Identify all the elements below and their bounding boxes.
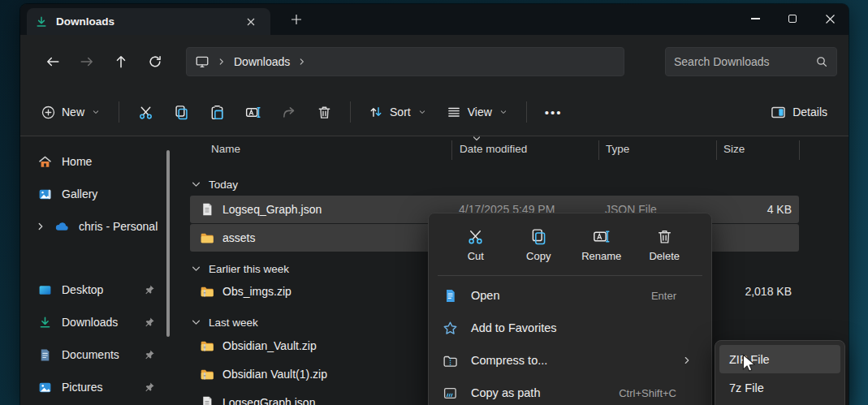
- gallery-icon: [38, 187, 52, 201]
- sidebar-label: Downloads: [62, 316, 118, 329]
- cut-menu-button[interactable]: Cut: [447, 222, 505, 269]
- chevron-down-icon: [91, 107, 101, 117]
- folder-icon: [200, 231, 214, 245]
- json-file-icon: [200, 202, 214, 217]
- tab-bar: Downloads: [20, 4, 849, 35]
- sidebar-item-gallery[interactable]: Gallery: [32, 179, 162, 209]
- menu-item-compress-to[interactable]: Compress to...: [433, 344, 707, 377]
- home-icon: [38, 155, 52, 169]
- group-label: Earlier this week: [209, 263, 289, 275]
- delete-button[interactable]: [308, 96, 340, 128]
- tab-close-icon[interactable]: [240, 11, 262, 32]
- cut-label: Cut: [468, 250, 484, 262]
- cut-button[interactable]: [129, 96, 162, 128]
- zip-folder-icon: [200, 284, 214, 299]
- copy-icon: [174, 105, 189, 120]
- paste-button[interactable]: [201, 96, 233, 128]
- copy-menu-button[interactable]: Copy: [509, 222, 568, 269]
- column-separator[interactable]: [598, 140, 599, 160]
- sidebar-label: chris - Personal: [79, 220, 158, 233]
- minimize-icon: [751, 18, 760, 19]
- file-size: 2,018 KB: [745, 285, 792, 298]
- search-input[interactable]: [674, 55, 815, 68]
- menu-item-open[interactable]: Open Enter: [433, 279, 707, 312]
- column-header-row: Name Date modified Type Size: [187, 137, 849, 163]
- details-label: Details: [792, 106, 827, 118]
- close-icon: [825, 14, 836, 24]
- column-header-name[interactable]: Name: [211, 143, 240, 155]
- refresh-button[interactable]: [140, 47, 170, 76]
- menu-item-copy-as-path[interactable]: Copy as path Ctrl+Shift+C: [433, 377, 707, 405]
- sidebar-item-downloads[interactable]: Downloads: [32, 308, 162, 337]
- rename-button[interactable]: [236, 96, 269, 128]
- sidebar-label: Documents: [62, 348, 119, 361]
- sidebar-item-onedrive-personal[interactable]: chris - Personal: [48, 212, 175, 241]
- breadcrumb-chevron-icon[interactable]: [216, 56, 227, 67]
- search-icon[interactable]: [815, 55, 828, 68]
- onedrive-cloud-icon: [54, 219, 69, 234]
- breadcrumb-downloads[interactable]: Downloads: [234, 55, 290, 68]
- desktop-icon: [38, 283, 52, 297]
- rename-menu-button[interactable]: Rename: [572, 222, 631, 269]
- copy-button[interactable]: [165, 96, 197, 128]
- this-pc-icon[interactable]: [195, 54, 209, 69]
- sidebar-item-documents[interactable]: Documents: [32, 340, 162, 369]
- column-separator[interactable]: [799, 140, 800, 160]
- view-button[interactable]: View: [438, 96, 516, 128]
- maximize-button[interactable]: [774, 4, 811, 33]
- address-bar[interactable]: Downloads: [186, 47, 624, 76]
- sidebar-scrollbar[interactable]: [166, 150, 170, 337]
- column-separator[interactable]: [451, 140, 452, 160]
- maximize-icon: [788, 15, 797, 23]
- search-box[interactable]: [665, 47, 837, 76]
- file-name: LogseqGraph.json: [222, 396, 315, 405]
- context-menu: Cut Copy Rename Delete Open Enter Add to…: [428, 213, 712, 405]
- submenu-item-7z-file[interactable]: 7z File: [719, 373, 840, 402]
- group-header-earlier-this-week[interactable]: Earlier this week: [192, 259, 289, 278]
- minimize-button[interactable]: [736, 4, 774, 33]
- zip-folder-icon: [200, 338, 214, 353]
- documents-icon: [38, 348, 52, 362]
- sort-button[interactable]: Sort: [361, 96, 435, 128]
- file-name: assets: [222, 231, 255, 244]
- expand-chevron-icon[interactable]: [35, 220, 48, 233]
- add-to-favorites-label: Add to Favorites: [471, 321, 557, 334]
- rename-icon: [245, 105, 261, 120]
- sidebar-item-desktop[interactable]: Desktop: [32, 275, 162, 304]
- details-pane-button[interactable]: Details: [762, 96, 836, 128]
- toolbar-separator: [350, 101, 351, 123]
- submenu-item-zip-file[interactable]: ZIP File: [719, 345, 840, 373]
- group-header-today[interactable]: Today: [192, 174, 238, 194]
- menu-item-add-to-favorites[interactable]: Add to Favorites: [433, 312, 707, 344]
- sidebar-label: Gallery: [62, 187, 97, 200]
- new-tab-button[interactable]: [285, 9, 308, 30]
- copy-label: Copy: [526, 250, 551, 262]
- scissors-icon: [467, 228, 484, 245]
- toolbar-separator: [119, 101, 119, 123]
- column-header-size[interactable]: Size: [723, 143, 745, 155]
- sidebar-item-home[interactable]: Home: [32, 147, 162, 176]
- up-button[interactable]: [106, 47, 136, 76]
- sidebar-label: Pictures: [62, 381, 103, 394]
- pin-icon: [144, 349, 155, 360]
- column-header-date[interactable]: Date modified: [460, 143, 527, 155]
- group-header-last-week[interactable]: Last week: [192, 312, 258, 332]
- sidebar-item-pictures[interactable]: Pictures: [32, 373, 162, 402]
- delete-menu-button[interactable]: Delete: [635, 222, 693, 269]
- column-header-type[interactable]: Type: [606, 143, 629, 155]
- chevron-down-icon: [417, 107, 427, 117]
- share-button[interactable]: [272, 96, 304, 128]
- forward-button[interactable]: [72, 47, 101, 76]
- close-button[interactable]: [811, 4, 849, 33]
- chevron-down-icon: [499, 107, 508, 117]
- group-label: Today: [209, 179, 238, 191]
- explorer-tab-downloads[interactable]: Downloads: [27, 8, 270, 35]
- more-options-button[interactable]: •••: [537, 96, 571, 128]
- submenu-arrow-icon: [681, 355, 693, 366]
- breadcrumb-chevron-icon[interactable]: [296, 56, 308, 67]
- toolbar-separator: [526, 101, 527, 123]
- new-button[interactable]: New: [33, 96, 109, 128]
- back-button[interactable]: [38, 47, 67, 76]
- column-separator[interactable]: [716, 140, 717, 160]
- share-icon: [281, 105, 296, 120]
